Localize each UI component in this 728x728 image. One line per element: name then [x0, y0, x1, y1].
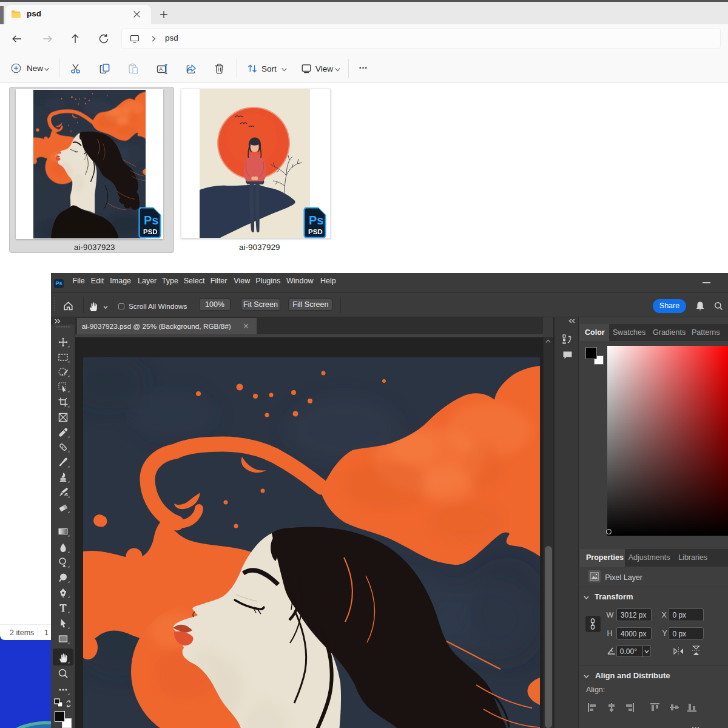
svg-text:A: A [159, 66, 163, 72]
